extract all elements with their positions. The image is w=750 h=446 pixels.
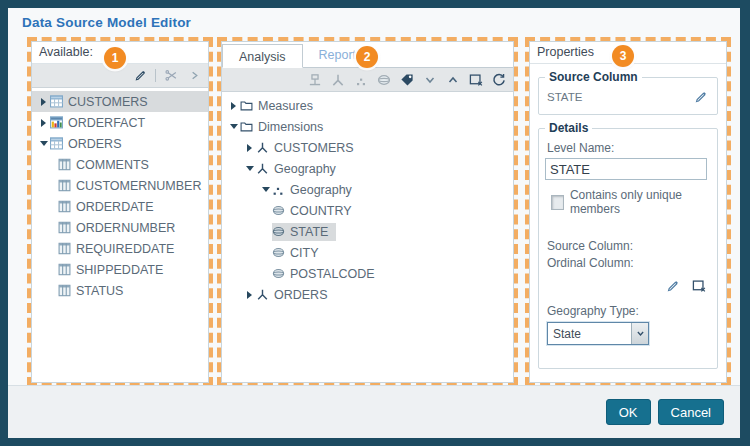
add-dimension-icon[interactable] [330, 72, 346, 88]
column-icon [58, 242, 74, 255]
caret-right-icon[interactable] [243, 144, 256, 152]
tree-item-dim-customers[interactable]: CUSTOMERS [222, 137, 513, 158]
model-tree: Measures Dimensions CUSTOMERS [222, 92, 513, 305]
tree-item-orderdate[interactable]: ORDERDATE [32, 196, 208, 217]
source-column-label: Source Column: [547, 238, 709, 255]
caret-right-icon[interactable] [243, 291, 256, 299]
remove-icon[interactable] [691, 278, 707, 294]
tree-item-customers[interactable]: CUSTOMERS [32, 91, 208, 112]
annotation-box-1: Available: [27, 37, 213, 387]
folder-icon [240, 120, 256, 133]
tree-item-ordernumber[interactable]: ORDERNUMBER [32, 217, 208, 238]
tree-item-customernumber[interactable]: CUSTOMERNUMBER [32, 175, 208, 196]
tab-analysis[interactable]: Analysis [222, 44, 303, 68]
tree-item-level-country[interactable]: COUNTRY [222, 200, 513, 221]
tree-item-level-postalcode[interactable]: POSTALCODE [222, 263, 513, 284]
edit-pencil-icon[interactable] [665, 278, 681, 294]
dialog-footer: OK Cancel [8, 385, 740, 438]
caret-right-icon[interactable] [37, 98, 50, 106]
column-icon [58, 221, 74, 234]
tree-item-label: COUNTRY [288, 204, 352, 218]
selected-highlight: STATE [272, 223, 336, 241]
model-panel: Analysis Reporting [221, 41, 514, 383]
tree-item-hier-geography[interactable]: Geography [222, 179, 513, 200]
tree-item-level-city[interactable]: CITY [222, 242, 513, 263]
table-icon [50, 95, 66, 108]
caret-down-icon[interactable] [259, 187, 272, 192]
edit-pencil-icon[interactable] [693, 89, 709, 105]
move-up-icon[interactable] [445, 72, 461, 88]
tree-item-comments[interactable]: COMMENTS [32, 154, 208, 175]
level-name-input[interactable] [545, 158, 707, 180]
add-level-icon[interactable] [376, 72, 392, 88]
folder-icon [240, 99, 256, 112]
tree-item-dim-orders[interactable]: ORDERS [222, 284, 513, 305]
annotation-badge-2: 2 [356, 46, 378, 68]
column-icon [58, 158, 74, 171]
level-icon [272, 267, 288, 280]
tree-item-label: ORDERFACT [66, 116, 145, 130]
tree-item-label: COMMENTS [74, 158, 149, 172]
move-down-icon[interactable] [422, 72, 438, 88]
source-column-legend: Source Column [545, 70, 642, 84]
add-attribute-tag-icon[interactable] [399, 72, 415, 88]
unique-members-checkbox[interactable] [551, 195, 564, 210]
dimension-icon [256, 288, 272, 301]
tree-item-label: CUSTOMERNUMBER [74, 179, 201, 193]
available-tree: CUSTOMERS ORDERFACT ORDERS COM [32, 88, 208, 301]
available-panel: Available: [31, 41, 209, 383]
tree-item-label: ORDERS [66, 137, 121, 151]
geography-type-label: Geography Type: [547, 304, 709, 318]
tree-item-label: ORDERNUMBER [74, 221, 175, 235]
details-group: Details Level Name: Contains only unique… [538, 121, 718, 369]
table-icon [50, 137, 66, 150]
cancel-button[interactable]: Cancel [658, 399, 724, 425]
caret-right-icon[interactable] [37, 119, 50, 127]
caret-down-icon[interactable] [227, 124, 240, 129]
tree-item-label: Measures [256, 99, 313, 113]
tree-item-dim-geography[interactable]: Geography [222, 158, 513, 179]
remove-icon[interactable] [468, 72, 484, 88]
tree-item-orderfact[interactable]: ORDERFACT [32, 112, 208, 133]
tree-item-label: Geography [272, 162, 336, 176]
scissors-icon[interactable] [163, 68, 179, 84]
caret-down-icon[interactable] [243, 166, 256, 171]
tree-item-label: CITY [288, 246, 318, 260]
tree-item-requireddate[interactable]: REQUIREDDATE [32, 238, 208, 259]
dimension-icon [256, 141, 272, 154]
tree-item-level-state[interactable]: STATE [222, 221, 513, 242]
geography-type-select[interactable]: State [547, 322, 649, 345]
annotation-box-3: Properties Source Column STATE Details [525, 37, 731, 387]
window-frame: Data Source Model Editor Available: [0, 0, 750, 446]
dialog-title: Data Source Model Editor [22, 15, 191, 30]
add-hierarchy-icon[interactable] [353, 72, 369, 88]
unique-members-label: Contains only unique members [570, 188, 709, 216]
ordinal-column-label: Ordinal Column: [547, 255, 709, 272]
tree-item-dimensions[interactable]: Dimensions [222, 116, 513, 137]
ok-button[interactable]: OK [606, 399, 651, 425]
tree-item-measures[interactable]: Measures [222, 95, 513, 116]
caret-down-icon[interactable] [37, 141, 50, 146]
tree-item-label: STATUS [74, 284, 123, 298]
tree-item-orders[interactable]: ORDERS [32, 133, 208, 154]
annotation-badge-1: 1 [104, 47, 126, 69]
data-source-model-editor-dialog: Data Source Model Editor Available: [8, 8, 740, 438]
level-name-label: Level Name: [547, 141, 709, 155]
chevron-down-icon[interactable] [631, 323, 648, 344]
column-icon [58, 200, 74, 213]
chevron-right-icon[interactable] [186, 68, 202, 84]
tree-item-shippeddate[interactable]: SHIPPEDDATE [32, 259, 208, 280]
edit-pencil-icon[interactable] [132, 68, 148, 84]
tree-item-label: CUSTOMERS [272, 141, 354, 155]
tree-item-label: CUSTOMERS [66, 95, 148, 109]
tree-item-label: REQUIREDDATE [74, 242, 174, 256]
caret-right-icon[interactable] [227, 102, 240, 110]
tree-item-label: ORDERDATE [74, 200, 154, 214]
hierarchy-icon [272, 184, 288, 196]
details-legend: Details [545, 121, 592, 135]
tree-item-status[interactable]: STATUS [32, 280, 208, 301]
source-column-group: Source Column STATE [538, 70, 718, 115]
add-measure-icon[interactable] [307, 72, 323, 88]
tree-item-label: STATE [288, 225, 328, 239]
reset-icon[interactable] [491, 72, 507, 88]
